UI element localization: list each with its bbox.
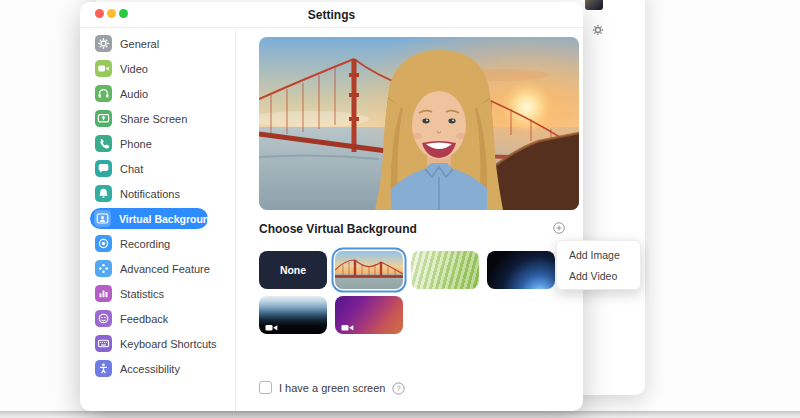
thumbnail-label: None [280,264,306,276]
background-thumbnail-ocean-video[interactable] [259,296,327,334]
green-screen-checkbox[interactable] [259,381,272,394]
sidebar-item-audio[interactable]: Audio [80,81,235,106]
sidebar-item-label: Recording [120,238,170,250]
menu-item-add-image[interactable]: Add Image [557,245,640,266]
green-screen-label: I have a green screen [279,382,385,394]
sidebar-item-label: Video [120,63,148,75]
sun [501,81,553,133]
record-icon [95,235,112,252]
choose-virtual-background-heading: Choose Virtual Background [259,222,417,236]
help-icon[interactable]: ? [392,381,405,394]
sidebar-item-virtual-background[interactable]: Virtual Background [80,206,235,231]
page: Settings GeneralVideoAudioShare ScreenPh… [0,0,800,418]
background-thumbnail-purple-gradient-video[interactable] [335,296,403,334]
sidebar-item-label: Share Screen [120,113,187,125]
add-background-menu: Add ImageAdd Video [556,240,641,290]
gear-icon [95,35,112,52]
sidebar-item-feedback[interactable]: Feedback [80,306,235,331]
green-screen-row: I have a green screen ? [259,381,405,394]
window-title: Settings [80,2,583,28]
sidebar-item-accessibility[interactable]: Accessibility [80,356,235,381]
background-thumbnail-grass[interactable] [411,251,479,289]
sidebar-item-statistics[interactable]: Statistics [80,281,235,306]
sidebar-item-video[interactable]: Video [80,56,235,81]
titlebar: Settings [80,2,583,28]
sidebar-item-label: General [120,38,159,50]
sidebar-item-label: Advanced Feature [120,263,210,275]
sidebar-item-label: Chat [120,163,143,175]
background-thumbnail-none[interactable]: None [259,251,327,289]
preview-scene [259,37,579,210]
sidebar-item-label: Feedback [120,313,168,325]
smiley-icon [95,310,112,327]
sidebar-item-label: Keyboard Shortcuts [120,338,217,350]
bell-icon [95,185,112,202]
sidebar-item-general[interactable]: General [80,31,235,56]
avatar [585,0,603,10]
add-background-button[interactable] [552,221,566,235]
page-bottom-strip [0,411,800,418]
sidebar-item-label: Accessibility [120,363,180,375]
sidebar-item-label: Virtual Background [119,213,216,225]
sidebar-item-chat[interactable]: Chat [80,156,235,181]
chat-bubble-icon [95,160,112,177]
sidebar-item-phone[interactable]: Phone [80,131,235,156]
settings-sidebar: GeneralVideoAudioShare ScreenPhoneChatNo… [80,29,236,411]
video-badge-icon [341,319,354,329]
bar-chart-icon [95,285,112,302]
video-camera-icon [95,60,112,77]
video-badge-icon [265,319,278,329]
svg-text:?: ? [397,384,402,393]
sidebar-item-advanced-feature[interactable]: Advanced Feature [80,256,235,281]
settings-gear-icon[interactable] [591,23,605,37]
accessibility-icon [95,360,112,377]
sidebar-item-keyboard-shortcuts[interactable]: Keyboard Shortcuts [80,331,235,356]
headphones-icon [95,85,112,102]
menu-item-add-video[interactable]: Add Video [557,266,640,287]
background-thumbnail-earth[interactable] [487,251,555,289]
sidebar-item-label: Audio [120,88,148,100]
sidebar-item-recording[interactable]: Recording [80,231,235,256]
background-thumbnail-golden-gate-bridge[interactable] [335,251,403,289]
virtual-background-panel: Choose Virtual Background None I have a … [237,29,583,411]
sidebar-item-label: Notifications [120,188,180,200]
settings-window: Settings GeneralVideoAudioShare ScreenPh… [80,2,583,411]
sidebar-item-share-screen[interactable]: Share Screen [80,106,235,131]
advanced-icon [95,260,112,277]
video-preview [259,37,579,210]
sidebar-item-label: Statistics [120,288,164,300]
share-screen-icon [95,110,112,127]
keyboard-icon [95,335,112,352]
virtual-background-icon [94,210,111,227]
sidebar-item-label: Phone [120,138,152,150]
sidebar-item-notifications[interactable]: Notifications [80,181,235,206]
phone-icon [95,135,112,152]
